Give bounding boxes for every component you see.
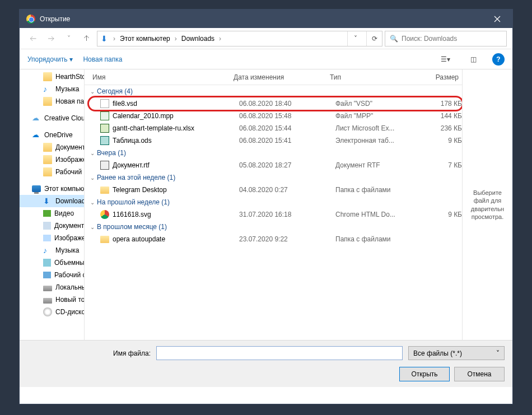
toolbar: Упорядочить▾ Новая папка ☰▾ ◫ ? bbox=[20, 49, 512, 69]
cancel-button[interactable]: Отмена bbox=[454, 367, 505, 381]
file-list-area: Имя Дата изменения Тип Размер ⌄Сегодня (… bbox=[85, 69, 512, 340]
tree-item[interactable]: ⬇Downloads bbox=[20, 195, 84, 207]
tree-item[interactable]: Изображения bbox=[20, 153, 84, 166]
tree-item[interactable]: ☁OneDrive bbox=[20, 129, 84, 141]
file-row[interactable]: Документ.rtf05.08.2020 18:27Документ RTF… bbox=[89, 159, 462, 171]
tree-item[interactable]: ♪Музыка bbox=[20, 244, 84, 257]
file-row[interactable]: Таблица.ods06.08.2020 15:41Электронная т… bbox=[89, 134, 462, 147]
header-name[interactable]: Имя bbox=[92, 73, 234, 81]
titlebar: Открытие bbox=[20, 10, 512, 28]
breadcrumb[interactable]: Этот компьютер bbox=[119, 35, 171, 43]
group-header[interactable]: ⌄Сегодня (4) bbox=[89, 85, 462, 97]
file-row[interactable]: 1161618.svg31.07.2020 16:18Chrome HTML D… bbox=[89, 208, 462, 221]
forward-button[interactable]: 🡢 bbox=[43, 31, 59, 46]
preview-pane-button[interactable]: ◫ bbox=[464, 52, 482, 67]
crumb-separator: › bbox=[113, 35, 115, 43]
header-type[interactable]: Тип bbox=[330, 73, 413, 81]
breadcrumb[interactable]: Downloads bbox=[180, 35, 216, 43]
column-headers: Имя Дата изменения Тип Размер bbox=[85, 69, 462, 85]
file-row[interactable]: Telegram Desktop04.08.2020 0:27Папка с ф… bbox=[89, 184, 462, 196]
close-button[interactable] bbox=[484, 10, 510, 28]
view-mode-button[interactable]: ☰▾ bbox=[436, 52, 454, 67]
search-icon: 🔍 bbox=[390, 35, 398, 43]
tree-item[interactable]: HearthStone He bbox=[20, 71, 84, 83]
filename-label: Имя файла: bbox=[27, 349, 151, 357]
header-date[interactable]: Дата изменения bbox=[234, 73, 330, 81]
file-row[interactable]: file8.vsd06.08.2020 18:40Файл "VSD"178 К… bbox=[89, 97, 462, 110]
crumb-separator: › bbox=[175, 35, 177, 43]
address-bar[interactable]: ⬇ › Этот компьютер › Downloads › ˅ ⟳ bbox=[97, 31, 382, 46]
tree-item[interactable]: Локальный дис bbox=[20, 281, 84, 293]
footer: Имя файла: Все файлы (*.*)˅ Открыть Отме… bbox=[20, 340, 512, 387]
tree-item[interactable]: Документы bbox=[20, 220, 84, 232]
open-button[interactable]: Открыть bbox=[399, 367, 450, 381]
tree-item[interactable]: Рабочий стол bbox=[20, 269, 84, 281]
new-folder-button[interactable]: Новая папка bbox=[83, 55, 122, 63]
tree-item[interactable]: Видео bbox=[20, 207, 84, 220]
group-header[interactable]: ⌄Вчера (1) bbox=[89, 147, 462, 159]
tree-item[interactable]: Новая папка bbox=[20, 95, 84, 108]
file-row[interactable]: opera autoupdate23.07.2020 9:22Папка с ф… bbox=[89, 233, 462, 245]
recent-dropdown[interactable]: ˅ bbox=[61, 31, 77, 46]
refresh-button[interactable]: ⟳ bbox=[366, 31, 382, 46]
file-row[interactable]: Calendar_2010.mpp06.08.2020 15:48Файл "M… bbox=[89, 110, 462, 122]
window-title: Открытие bbox=[40, 15, 484, 23]
help-button[interactable]: ? bbox=[492, 53, 505, 66]
tree-item[interactable]: ♪Музыка bbox=[20, 83, 84, 95]
tree-item[interactable]: Рабочий стол bbox=[20, 166, 84, 178]
folder-tree: HearthStone He♪МузыкаНовая папка☁Creativ… bbox=[20, 69, 85, 340]
nav-row: 🡠 🡢 ˅ 🡡 ⬇ › Этот компьютер › Downloads ›… bbox=[20, 28, 512, 49]
file-row[interactable]: gantt-chart-template-ru.xlsx06.08.2020 1… bbox=[89, 122, 462, 134]
tree-item[interactable]: Объемные объ bbox=[20, 257, 84, 269]
back-button[interactable]: 🡠 bbox=[25, 31, 41, 46]
up-button[interactable]: 🡡 bbox=[79, 31, 95, 46]
tree-item[interactable]: Этот компьютер bbox=[20, 183, 84, 195]
group-header[interactable]: ⌄На прошлой неделе (1) bbox=[89, 196, 462, 208]
tree-item[interactable]: ☁Creative Cloud Fil bbox=[20, 112, 84, 124]
download-icon: ⬇ bbox=[101, 34, 110, 43]
search-placeholder: Поиск: Downloads bbox=[402, 35, 457, 43]
organize-button[interactable]: Упорядочить▾ bbox=[27, 55, 73, 63]
preview-pane: Выберите файл для дварительн просмотра. bbox=[462, 69, 512, 340]
chrome-icon bbox=[26, 15, 35, 24]
crumb-separator: › bbox=[219, 35, 221, 43]
chevron-down-icon: ▾ bbox=[69, 55, 73, 63]
header-size[interactable]: Размер bbox=[413, 73, 459, 81]
filetype-filter[interactable]: Все файлы (*.*)˅ bbox=[408, 346, 505, 360]
chevron-down-icon: ˅ bbox=[496, 349, 500, 357]
search-input[interactable]: 🔍 Поиск: Downloads bbox=[385, 31, 507, 46]
group-header[interactable]: ⌄Ранее на этой неделе (1) bbox=[89, 171, 462, 184]
tree-item[interactable]: Изображения bbox=[20, 232, 84, 244]
tree-item[interactable]: Новый том (D:) bbox=[20, 293, 84, 306]
tree-item[interactable]: CD-дисковод (F bbox=[20, 306, 84, 318]
filename-input[interactable] bbox=[156, 346, 403, 360]
tree-item[interactable]: Документы bbox=[20, 141, 84, 153]
group-header[interactable]: ⌄В прошлом месяце (1) bbox=[89, 221, 462, 233]
address-dropdown[interactable]: ˅ bbox=[347, 31, 363, 46]
